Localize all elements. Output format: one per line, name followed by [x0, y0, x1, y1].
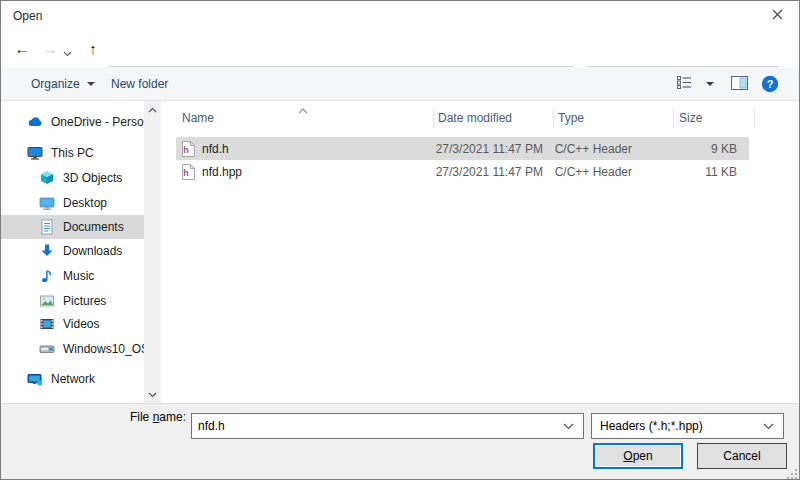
recent-locations-button[interactable] — [63, 46, 77, 54]
close-button[interactable] — [755, 1, 799, 30]
sidebar-item-pictures[interactable]: Pictures — [1, 289, 144, 313]
sidebar-item-music[interactable]: Music — [1, 264, 144, 288]
organize-label: Organize — [31, 77, 80, 91]
new-folder-label: New folder — [111, 77, 168, 91]
onedrive-cloud-icon — [27, 114, 43, 130]
column-divider[interactable] — [754, 108, 755, 128]
file-name: nfd.h — [202, 142, 229, 156]
file-type-cell: C/C++ Header — [550, 142, 669, 156]
new-folder-button[interactable]: New folder — [111, 67, 168, 100]
scroll-up-button[interactable] — [144, 101, 161, 118]
file-name-combobox[interactable] — [191, 413, 584, 439]
file-row-nfd-h[interactable]: h nfd.h 27/3/2021 11:47 PM C/C++ Header … — [176, 137, 749, 160]
file-type-filter-value: Headers (*.h;*.hpp) — [592, 419, 763, 433]
caret-down-icon — [706, 82, 714, 86]
column-divider[interactable] — [553, 108, 554, 128]
dialog-title: Open — [13, 1, 42, 31]
file-name-cell: h nfd.hpp — [176, 164, 431, 180]
sidebar-item-label: Downloads — [63, 244, 122, 258]
sidebar-item-label: This PC — [51, 146, 94, 160]
cancel-button[interactable]: Cancel — [697, 443, 787, 469]
navigation-sidebar: OneDrive - Personal This PC 3D Objects — [1, 101, 161, 403]
sidebar-item-documents[interactable]: Documents — [1, 215, 144, 239]
file-row-nfd-hpp[interactable]: h nfd.hpp 27/3/2021 11:47 PM C/C++ Heade… — [176, 160, 749, 183]
details-view-icon — [677, 76, 692, 92]
sidebar-item-label: 3D Objects — [63, 171, 122, 185]
file-size-cell: 11 KB — [669, 165, 749, 179]
svg-text:?: ? — [767, 78, 774, 90]
dialog-footer: File name: Headers (*.h;*.hpp) Open Canc… — [1, 403, 799, 480]
film-icon — [39, 316, 55, 332]
file-name-input[interactable] — [192, 418, 563, 434]
sort-ascending-icon — [298, 103, 308, 117]
file-date-cell: 27/3/2021 11:47 PM — [431, 165, 550, 179]
label-text: File — [130, 410, 153, 424]
button-text: Cancel — [723, 449, 760, 463]
header-file-icon: h — [181, 164, 195, 180]
open-button[interactable]: Open — [593, 443, 683, 469]
label-text: ame: — [159, 410, 186, 424]
file-name: nfd.hpp — [202, 165, 242, 179]
document-icon — [39, 219, 55, 235]
sidebar-item-onedrive[interactable]: OneDrive - Personal — [1, 110, 144, 134]
scroll-down-button[interactable] — [144, 386, 161, 403]
file-list-pane: Name Date modified Type Size h nfd.h 27/… — [161, 101, 800, 403]
desktop-monitor-icon — [39, 195, 55, 211]
sidebar-item-network[interactable]: Network — [1, 367, 144, 391]
hard-drive-icon — [39, 341, 55, 357]
title-bar: Open — [1, 1, 799, 31]
picture-icon — [39, 293, 55, 309]
sidebar-item-desktop[interactable]: Desktop — [1, 191, 144, 215]
sidebar-item-videos[interactable]: Videos — [1, 312, 144, 336]
command-toolbar: Organize New folder — [1, 67, 799, 101]
sidebar-item-downloads[interactable]: Downloads — [1, 239, 144, 263]
close-icon — [772, 9, 783, 23]
download-arrow-icon — [39, 243, 55, 259]
computer-icon — [27, 145, 43, 161]
back-button[interactable]: ← — [9, 31, 35, 67]
music-note-icon — [39, 268, 55, 284]
chevron-up-icon — [148, 107, 157, 113]
column-header-type[interactable]: Type — [558, 105, 584, 131]
file-size-cell: 9 KB — [669, 142, 749, 156]
sidebar-item-label: Videos — [63, 317, 99, 331]
svg-text:h: h — [183, 168, 189, 178]
column-header-date-modified[interactable]: Date modified — [438, 105, 512, 131]
column-header-size[interactable]: Size — [679, 105, 702, 131]
up-button[interactable]: ↑ — [81, 31, 105, 67]
column-divider[interactable] — [433, 108, 434, 128]
chevron-down-icon — [563, 423, 574, 430]
help-button[interactable]: ? — [758, 73, 782, 95]
column-divider[interactable] — [673, 108, 674, 128]
caret-down-icon — [87, 82, 95, 86]
sidebar-scrollbar[interactable] — [144, 101, 161, 403]
sidebar-item-label: Desktop — [63, 196, 107, 210]
sidebar-item-label: Windows10_OS (C:) — [63, 342, 144, 356]
file-name-label: File name: — [86, 404, 186, 430]
3d-cube-icon — [39, 170, 55, 186]
forward-button[interactable]: → — [37, 31, 63, 67]
resize-grip-icon[interactable] — [786, 468, 798, 480]
sidebar-item-this-pc[interactable]: This PC — [1, 141, 144, 165]
sidebar-item-label: Pictures — [63, 294, 106, 308]
preview-pane-icon — [731, 76, 748, 93]
file-type-filter-dropdown[interactable]: Headers (*.h;*.hpp) — [591, 413, 784, 439]
change-view-button[interactable] — [673, 73, 717, 95]
chevron-down-icon — [763, 423, 774, 430]
button-mnemonic: O — [623, 449, 632, 463]
sidebar-item-windows10-os[interactable]: Windows10_OS (C:) — [1, 337, 144, 361]
file-name-cell: h nfd.h — [176, 141, 431, 157]
svg-text:h: h — [183, 145, 189, 155]
organize-menu-button[interactable]: Organize — [31, 67, 95, 100]
button-text: pen — [633, 449, 653, 463]
column-header-name[interactable]: Name — [182, 105, 214, 131]
header-file-icon: h — [181, 141, 195, 157]
preview-pane-button[interactable] — [726, 73, 752, 95]
open-file-dialog: Open ← → ↑ « GitHub › native — [0, 0, 800, 480]
chevron-down-icon — [148, 392, 157, 398]
chevron-down-icon — [63, 46, 72, 60]
help-icon: ? — [761, 75, 779, 93]
sidebar-item-3d-objects[interactable]: 3D Objects — [1, 166, 144, 190]
network-computer-icon — [27, 371, 43, 387]
sidebar-item-label: Network — [51, 372, 95, 386]
